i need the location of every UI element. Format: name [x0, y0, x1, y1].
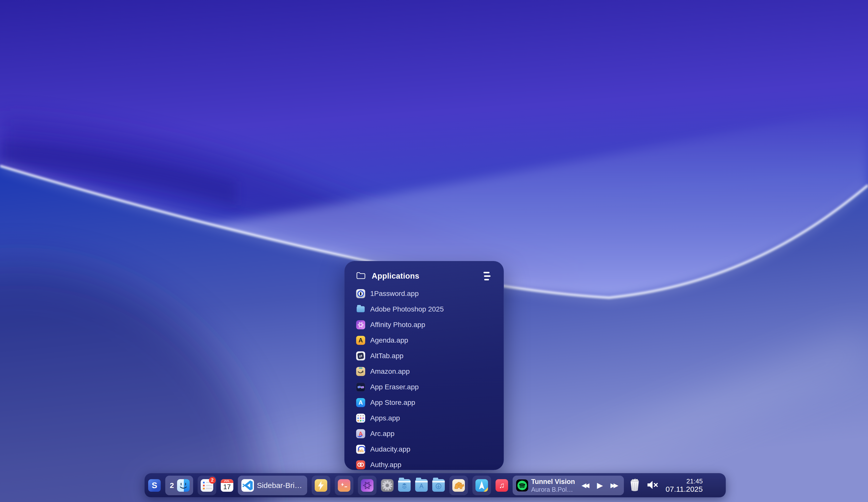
audacity-icon: [356, 445, 365, 454]
settings-gear-icon[interactable]: [381, 479, 394, 492]
rewind-button[interactable]: ◀◀: [581, 482, 589, 489]
list-item-app-store[interactable]: A App Store.app: [344, 395, 504, 410]
postico-elephant-icon[interactable]: [452, 479, 465, 492]
desktop: Applications 1Password.app Adobe Photosh…: [0, 0, 868, 502]
lightning-icon[interactable]: [315, 479, 327, 492]
alttab-icon: ⇄: [356, 352, 365, 360]
arc-icon: A: [356, 429, 365, 438]
list-item-alttab[interactable]: ⇄ AltTab.app: [344, 348, 504, 364]
playback-controls: ◀◀ ▶ ▶▶: [580, 481, 620, 489]
finder-window-group[interactable]: 2: [165, 475, 193, 495]
authy-icon: [356, 460, 365, 469]
folder-downloads-icon[interactable]: [432, 479, 445, 492]
volume-muted-icon[interactable]: [647, 479, 659, 492]
amazon-icon: [356, 367, 365, 376]
dock-clock[interactable]: 21:45 07.11.2025: [665, 478, 703, 493]
list-item-audacity[interactable]: Audacity.app: [344, 441, 504, 457]
terminal-app-group[interactable]: [335, 475, 353, 495]
folder-applications-icon[interactable]: [415, 479, 428, 492]
track-title: Tunnel Vision: [531, 478, 575, 486]
list-item-adobe-photoshop[interactable]: Adobe Photoshop 2025: [344, 302, 504, 317]
sort-menu-icon[interactable]: [481, 270, 492, 282]
affinity-photo-group[interactable]: [358, 475, 376, 495]
lightning-app-group[interactable]: [312, 475, 330, 495]
panel-title: Applications: [372, 272, 420, 281]
applications-list: 1Password.app Adobe Photoshop 2025 Affin…: [344, 286, 504, 473]
spark-mail-icon[interactable]: [475, 479, 488, 492]
reminders-icon[interactable]: 2: [201, 479, 213, 492]
agenda-icon: A: [356, 336, 365, 345]
list-item-authy[interactable]: Authy.app: [344, 457, 504, 473]
s-app-icon[interactable]: S: [148, 479, 161, 492]
applications-panel: Applications 1Password.app Adobe Photosh…: [344, 261, 504, 470]
finder-icon[interactable]: [177, 479, 190, 492]
trash-icon[interactable]: [629, 478, 640, 493]
apple-music-icon[interactable]: ♫: [496, 479, 508, 492]
folder-stack-icon[interactable]: [398, 479, 411, 492]
dock: S 2 2 JUL 17: [144, 473, 726, 498]
list-item-agenda[interactable]: A Agenda.app: [344, 333, 504, 348]
play-button[interactable]: ▶: [597, 481, 603, 489]
app-store-icon: A: [356, 398, 365, 407]
vscode-icon[interactable]: [241, 479, 254, 492]
apps-icon: [356, 414, 365, 423]
calendar-icon[interactable]: JUL 17: [221, 479, 233, 492]
affinity-photo-icon: [356, 320, 365, 329]
track-artist: Aurora B.Pol…: [531, 486, 575, 493]
folder-outline-icon: [356, 272, 366, 280]
applications-panel-header: Applications: [344, 261, 504, 282]
affinity-photo-dock-icon[interactable]: [361, 479, 373, 492]
postico-group[interactable]: [449, 475, 468, 495]
list-item-1password[interactable]: 1Password.app: [344, 286, 504, 302]
terminal-icon[interactable]: [338, 479, 350, 492]
finder-window-count: 2: [169, 481, 174, 490]
spark-group[interactable]: [473, 475, 491, 495]
calendar-day: 17: [221, 483, 233, 491]
app-eraser-icon: [356, 383, 365, 391]
vscode-window-title: Sidebar-Bri…: [257, 481, 304, 490]
reminders-badge: 2: [209, 477, 216, 484]
list-item-arc[interactable]: A Arc.app: [344, 426, 504, 441]
vscode-window-group[interactable]: Sidebar-Bri…: [238, 475, 307, 495]
folder-icon: [356, 305, 365, 314]
now-playing-widget[interactable]: Tunnel Vision Aurora B.Pol… ◀◀ ▶ ▶▶: [513, 475, 624, 495]
list-item-affinity-photo[interactable]: Affinity Photo.app: [344, 317, 504, 333]
clock-time: 21:45: [665, 478, 703, 485]
clock-date: 07.11.2025: [665, 485, 703, 493]
now-playing-meta: Tunnel Vision Aurora B.Pol…: [531, 478, 575, 493]
spotify-icon[interactable]: [516, 479, 528, 491]
reminders-group[interactable]: 2: [198, 475, 216, 495]
list-item-amazon[interactable]: Amazon.app: [344, 364, 504, 379]
list-item-app-eraser[interactable]: App Eraser.app: [344, 379, 504, 395]
forward-button[interactable]: ▶▶: [611, 482, 618, 489]
list-item-apps[interactable]: Apps.app: [344, 410, 504, 426]
1password-icon: [356, 289, 365, 298]
calendar-month: JUL: [221, 479, 233, 483]
